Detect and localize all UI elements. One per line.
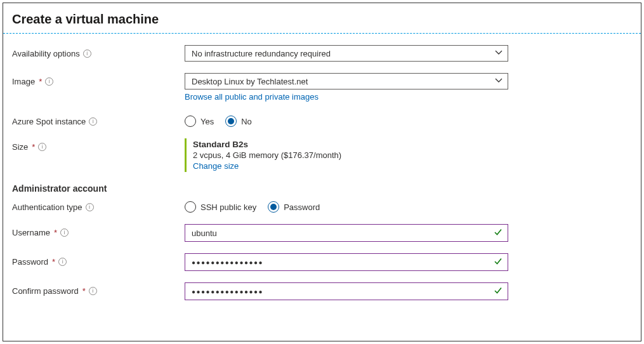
browse-images-link[interactable]: Browse all public and private images [185,92,319,102]
row-password: Password* i ●●●●●●●●●●●●●●● [12,253,632,271]
check-icon [494,228,503,239]
size-name: Standard B2s [193,140,508,149]
info-icon[interactable]: i [58,258,67,266]
spot-radio-yes[interactable]: Yes [185,116,214,127]
image-value: Desktop Linux by Techlatest.net [192,77,308,86]
required-mark: * [32,142,35,152]
radio-circle-icon [185,116,196,127]
chevron-down-icon [495,77,503,86]
spot-radio-group: Yes No [185,113,508,127]
username-input[interactable]: ubuntu [185,224,508,242]
password-value: ●●●●●●●●●●●●●●● [192,259,263,266]
row-spot: Azure Spot instance i Yes No [12,113,632,127]
info-icon[interactable]: i [60,228,69,237]
confirm-password-value: ●●●●●●●●●●●●●●● [192,288,263,295]
radio-circle-icon [268,201,279,213]
size-label-group: Size* i [12,138,185,152]
info-icon[interactable]: i [38,143,46,151]
password-label: Password [12,257,48,267]
image-label-group: Image* i [12,73,185,86]
spot-no-label: No [241,117,252,126]
chevron-down-icon [495,49,503,58]
row-size: Size* i Standard B2s 2 vcpus, 4 GiB memo… [12,138,632,172]
row-confirm-password: Confirm password* i ●●●●●●●●●●●●●●● [12,282,632,300]
auth-type-label: Authentication type [12,202,82,212]
password-input[interactable]: ●●●●●●●●●●●●●●● [185,253,508,271]
size-info-box: Standard B2s 2 vcpus, 4 GiB memory ($176… [185,138,508,172]
radio-circle-icon [185,201,196,213]
image-label: Image [12,77,35,86]
radio-circle-icon [225,116,237,127]
change-size-link[interactable]: Change size [193,161,239,171]
required-mark: * [39,77,42,86]
info-icon[interactable]: i [89,287,97,295]
availability-label: Availability options [12,49,80,58]
required-mark: * [82,286,86,296]
row-availability: Availability options i No infrastructure… [12,45,632,62]
availability-value: No infrastructure redundancy required [192,49,331,58]
row-username: Username* i ubuntu [12,224,632,242]
confirm-password-input[interactable]: ●●●●●●●●●●●●●●● [185,282,508,300]
auth-radio-ssh[interactable]: SSH public key [185,201,256,213]
row-auth-type: Authentication type i SSH public key Pas… [12,199,632,213]
confirm-password-label-group: Confirm password* i [12,282,185,296]
auth-type-label-group: Authentication type i [12,199,185,212]
password-label-group: Password* i [12,253,185,267]
row-image: Image* i Desktop Linux by Techlatest.net… [12,73,632,102]
admin-account-heading: Administrator account [12,183,185,194]
required-mark: * [54,228,57,237]
username-value: ubuntu [192,228,217,238]
page-title: Create a virtual machine [3,3,641,33]
vm-create-form: Availability options i No infrastructure… [3,45,641,300]
spot-label: Azure Spot instance [12,117,86,126]
row-admin-heading: Administrator account [12,183,632,194]
info-icon[interactable]: i [45,77,53,86]
username-label: Username [12,228,50,237]
auth-radio-group: SSH public key Password [185,199,508,213]
spot-radio-no[interactable]: No [225,116,252,127]
section-divider [3,33,641,34]
info-icon[interactable]: i [83,50,91,58]
auth-radio-password[interactable]: Password [268,201,320,213]
size-label: Size [12,142,28,152]
check-icon [494,257,503,268]
username-label-group: Username* i [12,224,185,237]
size-detail: 2 vcpus, 4 GiB memory ($176.37/month) [193,150,508,160]
auth-password-label: Password [284,202,320,212]
info-icon[interactable]: i [89,117,97,126]
check-icon [494,286,503,297]
image-select[interactable]: Desktop Linux by Techlatest.net [185,73,508,89]
availability-label-group: Availability options i [12,45,185,58]
info-icon[interactable]: i [86,203,94,211]
spot-label-group: Azure Spot instance i [12,113,185,126]
auth-ssh-label: SSH public key [200,202,256,212]
availability-select[interactable]: No infrastructure redundancy required [185,45,508,62]
spot-yes-label: Yes [200,117,214,126]
required-mark: * [52,257,55,267]
confirm-password-label: Confirm password [12,286,79,296]
